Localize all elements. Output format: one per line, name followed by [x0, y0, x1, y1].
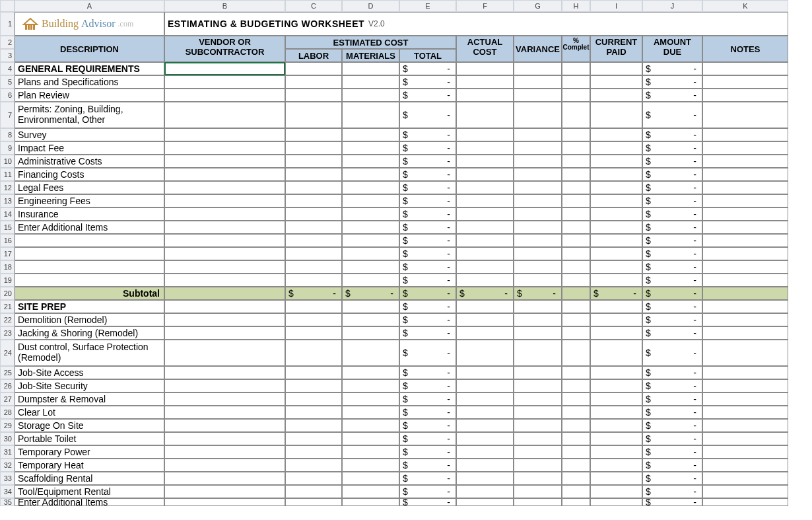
cell-29-F[interactable] — [456, 419, 514, 432]
cell-8-E[interactable]: $- — [399, 128, 456, 141]
cell-33-E[interactable]: $- — [399, 472, 456, 485]
cell-17-C[interactable] — [285, 247, 342, 260]
cell-34-K[interactable] — [702, 485, 788, 498]
cell-27-B[interactable] — [164, 392, 285, 406]
col-head-H[interactable]: H — [562, 0, 590, 12]
cell-19-E[interactable]: $- — [399, 274, 456, 287]
cell-15-G[interactable] — [514, 221, 562, 234]
cell-32-B[interactable] — [164, 459, 285, 472]
cell-28-E[interactable]: $- — [399, 406, 456, 419]
cell-25-G[interactable] — [514, 366, 562, 379]
cell-29-G[interactable] — [514, 419, 562, 432]
cell-13-A[interactable]: Engineering Fees — [15, 194, 164, 207]
cell-29-C[interactable] — [285, 419, 342, 432]
cell-6-C[interactable] — [285, 89, 342, 102]
cell-5-C[interactable] — [285, 75, 342, 89]
cell-5-D[interactable] — [342, 75, 399, 89]
row-head-33[interactable]: 33 — [0, 472, 15, 485]
row-head-26[interactable]: 26 — [0, 379, 15, 392]
cell-18-F[interactable] — [456, 260, 514, 274]
cell-5-A[interactable]: Plans and Specifications — [15, 75, 164, 89]
cell-14-H[interactable] — [562, 207, 590, 221]
cell-14-I[interactable] — [590, 207, 642, 221]
cell-12-I[interactable] — [590, 181, 642, 194]
cell-16-D[interactable] — [342, 234, 399, 247]
cell-15-K[interactable] — [702, 221, 788, 234]
cell-18-E[interactable]: $- — [399, 260, 456, 274]
cell-5-H[interactable] — [562, 75, 590, 89]
cell-33-J[interactable]: $- — [642, 472, 702, 485]
cell-13-J[interactable]: $- — [642, 194, 702, 207]
cell-28-J[interactable]: $- — [642, 406, 702, 419]
cell-10-I[interactable] — [590, 155, 642, 168]
cell-9-A[interactable]: Impact Fee — [15, 141, 164, 155]
cell-9-J[interactable]: $- — [642, 141, 702, 155]
cell-29-K[interactable] — [702, 419, 788, 432]
cell-25-K[interactable] — [702, 366, 788, 379]
cell-26-C[interactable] — [285, 379, 342, 392]
row-head-5[interactable]: 5 — [0, 75, 15, 89]
cell-30-I[interactable] — [590, 432, 642, 445]
cell-5-G[interactable] — [514, 75, 562, 89]
cell-16-K[interactable] — [702, 234, 788, 247]
cell-4-K[interactable] — [702, 62, 788, 75]
cell-14-F[interactable] — [456, 207, 514, 221]
cell-18-K[interactable] — [702, 260, 788, 274]
cell-7-H[interactable] — [562, 102, 590, 128]
cell-5-F[interactable] — [456, 75, 514, 89]
col-head-J[interactable]: J — [642, 0, 702, 12]
cell-30-G[interactable] — [514, 432, 562, 445]
cell-8-D[interactable] — [342, 128, 399, 141]
col-head-D[interactable]: D — [342, 0, 399, 12]
row-head-11[interactable]: 11 — [0, 168, 15, 181]
cell-13-D[interactable] — [342, 194, 399, 207]
cell-32-G[interactable] — [514, 459, 562, 472]
cell-33-H[interactable] — [562, 472, 590, 485]
cell-30-D[interactable] — [342, 432, 399, 445]
cell-30-E[interactable]: $- — [399, 432, 456, 445]
col-head-B[interactable]: B — [164, 0, 285, 12]
cell-16-B[interactable] — [164, 234, 285, 247]
cell-6-G[interactable] — [514, 89, 562, 102]
cell-29-H[interactable] — [562, 419, 590, 432]
col-head-G[interactable]: G — [514, 0, 562, 12]
cell-20-J[interactable]: $- — [642, 287, 702, 300]
row-head-24[interactable]: 24 — [0, 340, 15, 366]
cell-18-C[interactable] — [285, 260, 342, 274]
cell-28-C[interactable] — [285, 406, 342, 419]
cell-29-A[interactable]: Storage On Site — [15, 419, 164, 432]
cell-27-G[interactable] — [514, 392, 562, 406]
cell-29-I[interactable] — [590, 419, 642, 432]
cell-4-C[interactable] — [285, 62, 342, 75]
cell-22-A[interactable]: Demolition (Remodel) — [15, 313, 164, 326]
cell-5-B[interactable] — [164, 75, 285, 89]
cell-7-G[interactable] — [514, 102, 562, 128]
cell-31-I[interactable] — [590, 445, 642, 459]
cell-33-A[interactable]: Scaffolding Rental — [15, 472, 164, 485]
cell-6-E[interactable]: $- — [399, 89, 456, 102]
cell-27-A[interactable]: Dumpster & Removal — [15, 392, 164, 406]
cell-35-B[interactable] — [164, 498, 285, 506]
cell-15-D[interactable] — [342, 221, 399, 234]
cell-7-I[interactable] — [590, 102, 642, 128]
cell-35-J[interactable]: $- — [642, 498, 702, 506]
cell-11-A[interactable]: Financing Costs — [15, 168, 164, 181]
cell-5-K[interactable] — [702, 75, 788, 89]
cell-35-H[interactable] — [562, 498, 590, 506]
cell-32-A[interactable]: Temporary Heat — [15, 459, 164, 472]
cell-7-D[interactable] — [342, 102, 399, 128]
cell-19-G[interactable] — [514, 274, 562, 287]
col-head-F[interactable]: F — [456, 0, 514, 12]
cell-14-G[interactable] — [514, 207, 562, 221]
cell-35-C[interactable] — [285, 498, 342, 506]
cell-11-K[interactable] — [702, 168, 788, 181]
cell-8-G[interactable] — [514, 128, 562, 141]
cell-9-F[interactable] — [456, 141, 514, 155]
cell-21-G[interactable] — [514, 300, 562, 313]
cell-26-D[interactable] — [342, 379, 399, 392]
cell-25-H[interactable] — [562, 366, 590, 379]
cell-32-C[interactable] — [285, 459, 342, 472]
cell-24-D[interactable] — [342, 340, 399, 366]
cell-17-J[interactable]: $- — [642, 247, 702, 260]
cell-31-K[interactable] — [702, 445, 788, 459]
